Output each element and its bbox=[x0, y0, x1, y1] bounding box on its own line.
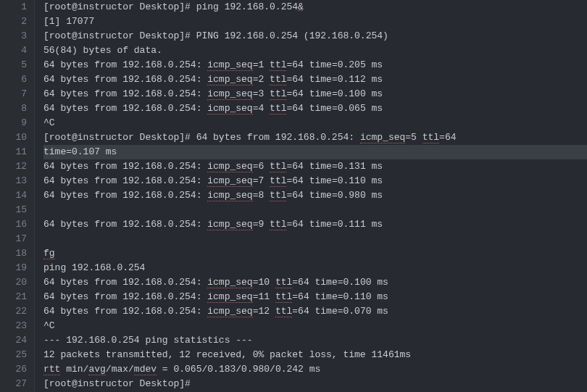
code-text: =64 time=0.100 ms bbox=[292, 277, 388, 288]
code-line[interactable]: [root@instructor Desktop]# 64 bytes from… bbox=[43, 130, 587, 145]
code-line[interactable] bbox=[43, 232, 587, 246]
code-text: icmp_seq bbox=[207, 190, 252, 201]
line-number: 26 bbox=[0, 362, 27, 377]
code-text: --- 192.168.0.254 ping statistics --- bbox=[43, 335, 253, 346]
code-text: ttl bbox=[270, 88, 286, 100]
code-line[interactable]: ping 192.168.0.254 bbox=[43, 261, 587, 275]
code-line[interactable]: 64 bytes from 192.168.0.254: icmp_seq=12… bbox=[43, 304, 587, 319]
code-text: 64 bytes from 192.168.0.254: bbox=[43, 291, 207, 302]
code-line[interactable]: 64 bytes from 192.168.0.254: icmp_seq=10… bbox=[43, 275, 587, 290]
code-line[interactable]: [1] 17077 bbox=[43, 14, 587, 29]
code-text: icmp_seq bbox=[207, 306, 252, 317]
code-text: icmp_seq bbox=[207, 59, 252, 71]
code-text: =2 bbox=[253, 74, 270, 85]
code-text: 56(84) bytes of data. bbox=[43, 45, 162, 56]
code-text: ^C bbox=[43, 117, 55, 128]
code-line[interactable]: 64 bytes from 192.168.0.254: icmp_seq=2 … bbox=[43, 72, 587, 87]
code-text: [1] 17077 bbox=[43, 16, 94, 27]
code-line[interactable]: [root@instructor Desktop]# bbox=[43, 377, 587, 391]
code-text: ^C bbox=[43, 320, 55, 331]
code-text: 64 bytes from 192.168.0.254: bbox=[43, 59, 207, 70]
code-text: =64 time=0.070 ms bbox=[292, 306, 388, 317]
code-text: =3 bbox=[253, 88, 270, 99]
code-line[interactable]: rtt min/avg/max/mdev = 0.065/0.183/0.980… bbox=[43, 362, 587, 377]
line-number: 24 bbox=[0, 333, 27, 348]
line-number: 4 bbox=[0, 43, 27, 58]
code-text: 64 bytes from 192.168.0.254: bbox=[43, 103, 207, 114]
code-text: rtt bbox=[43, 364, 60, 375]
code-text: ttl bbox=[270, 103, 286, 114]
code-text: min/ bbox=[60, 364, 88, 375]
code-text: icmp_seq bbox=[207, 291, 252, 303]
code-line[interactable]: 56(84) bytes of data. bbox=[43, 43, 587, 58]
code-text: =8 bbox=[253, 190, 270, 201]
code-text: =10 bbox=[253, 277, 275, 288]
code-line[interactable] bbox=[43, 203, 587, 217]
code-line[interactable]: ^C bbox=[43, 319, 587, 333]
code-line[interactable]: time=0.107 ms bbox=[43, 145, 587, 159]
line-number: 14 bbox=[0, 188, 27, 203]
code-line[interactable]: 64 bytes from 192.168.0.254: icmp_seq=6 … bbox=[43, 159, 587, 174]
code-text: =9 bbox=[253, 219, 270, 230]
code-text: 64 bytes from 192.168.0.254: bbox=[43, 74, 207, 85]
line-number: 7 bbox=[0, 87, 27, 101]
line-number: 3 bbox=[0, 29, 27, 43]
code-line[interactable]: fg bbox=[43, 246, 587, 261]
code-line[interactable]: 64 bytes from 192.168.0.254: icmp_seq=11… bbox=[43, 290, 587, 304]
code-text: icmp_seq bbox=[207, 277, 252, 288]
line-number: 6 bbox=[0, 72, 27, 87]
code-text: ttl bbox=[275, 306, 292, 317]
code-text: =64 time=0.110 ms bbox=[286, 175, 383, 186]
code-line[interactable]: 12 packets transmitted, 12 received, 0% … bbox=[43, 348, 587, 362]
code-text: =64 time=0.112 ms bbox=[286, 74, 383, 85]
line-number: 21 bbox=[0, 290, 27, 304]
code-line[interactable]: --- 192.168.0.254 ping statistics --- bbox=[43, 333, 587, 348]
code-text: ttl bbox=[270, 59, 286, 71]
code-text: icmp_seq bbox=[207, 103, 252, 114]
code-line[interactable]: 64 bytes from 192.168.0.254: icmp_seq=3 … bbox=[43, 87, 587, 101]
code-text: ttl bbox=[270, 161, 286, 172]
code-text: 64 bytes from 192.168.0.254: bbox=[43, 219, 207, 230]
code-text: =64 time=0.205 ms bbox=[286, 59, 383, 70]
line-number: 5 bbox=[0, 58, 27, 72]
line-number: 17 bbox=[0, 232, 27, 246]
code-line[interactable]: 64 bytes from 192.168.0.254: icmp_seq=9 … bbox=[43, 217, 587, 232]
code-text: 64 bytes from 192.168.0.254: bbox=[43, 190, 207, 201]
editor-content[interactable]: [root@instructor Desktop]# ping 192.168.… bbox=[35, 0, 587, 392]
line-number: 10 bbox=[0, 130, 27, 145]
code-text: icmp_seq bbox=[207, 74, 252, 86]
code-text: =64 time=0.980 ms bbox=[286, 190, 383, 201]
code-line[interactable]: ^C bbox=[43, 116, 587, 130]
code-line[interactable]: 64 bytes from 192.168.0.254: icmp_seq=7 … bbox=[43, 174, 587, 188]
code-text: =11 bbox=[253, 291, 275, 302]
code-text: [root@instructor Desktop]# bbox=[43, 378, 191, 389]
code-text: icmp_seq bbox=[207, 161, 252, 172]
code-text: ttl bbox=[270, 74, 286, 86]
line-number: 8 bbox=[0, 101, 27, 116]
line-number: 18 bbox=[0, 246, 27, 261]
code-text: =64 bbox=[439, 132, 456, 143]
line-number: 2 bbox=[0, 14, 27, 29]
code-text: 64 bytes from 192.168.0.254: bbox=[43, 88, 207, 99]
line-number: 9 bbox=[0, 116, 27, 130]
code-line[interactable]: [root@instructor Desktop]# PING 192.168.… bbox=[43, 29, 587, 43]
line-number: 16 bbox=[0, 217, 27, 232]
code-text: [root@instructor Desktop]# 64 bytes from… bbox=[43, 132, 360, 143]
code-line[interactable]: [root@instructor Desktop]# ping 192.168.… bbox=[43, 0, 587, 14]
code-line[interactable]: 64 bytes from 192.168.0.254: icmp_seq=4 … bbox=[43, 101, 587, 116]
code-text: =7 bbox=[253, 175, 270, 186]
code-text: = 0.065/0.183/0.980/0.242 ms bbox=[157, 364, 320, 375]
line-number: 13 bbox=[0, 174, 27, 188]
code-text: ttl bbox=[270, 219, 286, 230]
line-number: 27 bbox=[0, 377, 27, 391]
code-text: =5 bbox=[405, 132, 422, 143]
code-text: avg bbox=[88, 364, 105, 375]
code-text: icmp_seq bbox=[207, 219, 252, 230]
code-line[interactable]: 64 bytes from 192.168.0.254: icmp_seq=1 … bbox=[43, 58, 587, 72]
code-text: 64 bytes from 192.168.0.254: bbox=[43, 161, 207, 172]
code-text: 64 bytes from 192.168.0.254: bbox=[43, 306, 207, 317]
code-text: =64 time=0.100 ms bbox=[286, 88, 383, 99]
line-number: 22 bbox=[0, 304, 27, 319]
code-line[interactable]: 64 bytes from 192.168.0.254: icmp_seq=8 … bbox=[43, 188, 587, 203]
code-text: & bbox=[298, 1, 304, 12]
